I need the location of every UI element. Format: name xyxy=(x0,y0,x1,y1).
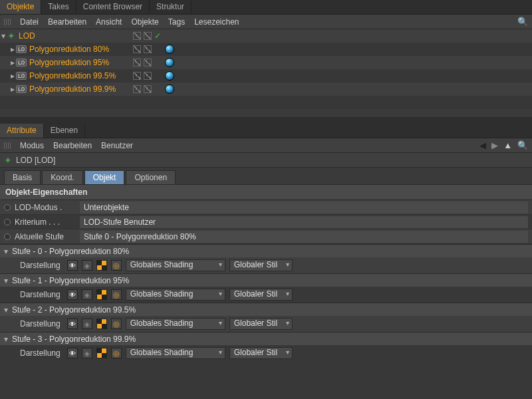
tab-content-browser[interactable]: Content Browser xyxy=(76,0,150,14)
menu-tags[interactable]: Tags xyxy=(168,17,185,27)
style-dropdown[interactable]: Globaler Stil xyxy=(229,289,293,301)
disclosure-icon[interactable]: ▸ xyxy=(9,84,16,94)
tree-row[interactable]: ▸ L0 Polygonreduktion 80% xyxy=(0,43,532,56)
cube-icon[interactable] xyxy=(82,260,92,271)
shading-dropdown[interactable]: Globales Shading xyxy=(126,318,225,330)
nav-up-icon[interactable]: ▲ xyxy=(503,140,512,150)
twisty-icon[interactable]: ▾ xyxy=(4,276,12,285)
nav-back-icon[interactable]: ◀ xyxy=(479,140,486,150)
checker-icon[interactable] xyxy=(96,319,107,329)
tab-objects[interactable]: Objekte xyxy=(0,0,41,14)
twisty-icon[interactable]: ▾ xyxy=(4,247,12,256)
menu-file[interactable]: Datei xyxy=(20,17,39,27)
tab-options[interactable]: Optionen xyxy=(126,170,176,184)
tab-structure[interactable]: Struktur xyxy=(150,0,192,14)
stage-header-2[interactable]: ▾ Stufe - 2 - Polygonreduktion 99.5% xyxy=(0,303,532,316)
tab-layers[interactable]: Ebenen xyxy=(44,124,85,138)
tab-coord[interactable]: Koord. xyxy=(42,170,82,184)
menu-objects[interactable]: Objekte xyxy=(131,17,158,27)
layer-toggle-icon[interactable] xyxy=(133,72,141,80)
object-name: Polygonreduktion 95% xyxy=(29,58,109,67)
target-icon[interactable] xyxy=(111,348,122,358)
eye-icon[interactable] xyxy=(67,319,78,329)
shading-dropdown[interactable]: Globales Shading xyxy=(126,347,225,359)
tree-row[interactable]: ▸ L0 Polygonreduktion 99.5% xyxy=(0,69,532,82)
search-icon[interactable]: 🔍 xyxy=(517,17,528,27)
target-icon[interactable] xyxy=(111,260,122,271)
material-sphere-icon[interactable] xyxy=(165,71,174,80)
anim-dot-icon[interactable] xyxy=(4,204,11,211)
tab-basis[interactable]: Basis xyxy=(4,170,41,184)
eye-icon[interactable] xyxy=(67,348,78,358)
checker-icon[interactable] xyxy=(96,289,107,300)
style-dropdown[interactable]: Globaler Stil xyxy=(229,347,293,359)
stage-title: Stufe - 2 - Polygonreduktion 99.5% xyxy=(12,305,136,315)
target-icon[interactable] xyxy=(111,289,122,300)
material-sphere-icon[interactable] xyxy=(165,45,174,54)
tab-attributes[interactable]: Attribute xyxy=(0,124,44,138)
layer-toggle-icon[interactable] xyxy=(133,32,141,40)
cube-icon[interactable] xyxy=(82,348,92,358)
prop-label: Kriterium . . . xyxy=(15,217,76,227)
lod-icon: ✦ xyxy=(7,31,16,41)
grip-icon[interactable] xyxy=(4,142,11,149)
tree-row[interactable]: ▸ L0 Polygonreduktion 95% xyxy=(0,56,532,69)
shading-dropdown[interactable]: Globales Shading xyxy=(126,259,225,271)
menu-view[interactable]: Ansicht xyxy=(96,17,122,27)
panel-splitter[interactable] xyxy=(0,117,532,124)
checker-icon[interactable] xyxy=(96,348,107,358)
twisty-icon[interactable]: ▾ xyxy=(4,334,12,344)
stage-header-0[interactable]: ▾ Stufe - 0 - Polygonreduktion 80% xyxy=(0,244,532,257)
menu-edit[interactable]: Bearbeiten xyxy=(53,141,92,150)
shading-dropdown[interactable]: Globales Shading xyxy=(126,289,225,301)
stage-header-3[interactable]: ▾ Stufe - 3 - Polygonreduktion 99.9% xyxy=(0,332,532,345)
menu-bookmarks[interactable]: Lesezeichen xyxy=(194,17,239,27)
grip-icon[interactable] xyxy=(4,19,11,25)
twisty-icon[interactable]: ▾ xyxy=(4,305,12,315)
tab-takes[interactable]: Takes xyxy=(41,0,76,14)
layer-toggle-icon[interactable] xyxy=(133,45,141,53)
menu-user[interactable]: Benutzer xyxy=(101,141,133,150)
target-icon[interactable] xyxy=(111,319,122,329)
checker-icon[interactable] xyxy=(96,260,107,271)
prop-value[interactable]: LOD-Stufe Benutzer xyxy=(80,216,528,228)
disclosure-icon[interactable]: ▾ xyxy=(0,31,7,41)
tree-row-root[interactable]: ▾ ✦ LOD ✓ xyxy=(0,29,532,43)
menu-mode[interactable]: Modus xyxy=(20,141,44,150)
disclosure-icon[interactable]: ▸ xyxy=(9,58,16,67)
prop-value[interactable]: Unterobjekte xyxy=(80,201,528,213)
render-toggle-icon[interactable] xyxy=(144,72,152,80)
menu-edit[interactable]: Bearbeiten xyxy=(48,17,86,27)
tab-object[interactable]: Objekt xyxy=(84,170,125,184)
style-dropdown[interactable]: Globaler Stil xyxy=(229,259,293,271)
lod-badge-icon: L0 xyxy=(16,45,27,53)
eye-icon[interactable] xyxy=(67,289,78,300)
eye-icon[interactable] xyxy=(67,260,78,271)
object-name: Polygonreduktion 80% xyxy=(29,45,109,54)
lod-badge-icon: L0 xyxy=(16,85,27,93)
layer-toggle-icon[interactable] xyxy=(133,85,141,93)
render-toggle-icon[interactable] xyxy=(144,59,152,66)
style-dropdown[interactable]: Globaler Stil xyxy=(229,318,293,330)
cube-icon[interactable] xyxy=(82,289,92,300)
render-toggle-icon[interactable] xyxy=(144,45,152,53)
enabled-check-icon[interactable]: ✓ xyxy=(154,31,161,41)
stage-header-1[interactable]: ▾ Stufe - 1 - Polygonreduktion 95% xyxy=(0,273,532,287)
stage-title: Stufe - 3 - Polygonreduktion 99.9% xyxy=(12,334,136,344)
object-manager-tab-strip: Objekte Takes Content Browser Struktur xyxy=(0,0,532,15)
render-toggle-icon[interactable] xyxy=(144,85,152,93)
material-sphere-icon[interactable] xyxy=(165,58,174,67)
prop-value[interactable]: Stufe 0 - Polygonreduktion 80% xyxy=(80,231,528,243)
layer-toggle-icon[interactable] xyxy=(133,59,141,66)
cube-icon[interactable] xyxy=(82,319,92,329)
render-toggle-icon[interactable] xyxy=(144,32,152,40)
tree-row[interactable]: ▸ L0 Polygonreduktion 99.9% xyxy=(0,82,532,96)
disclosure-icon[interactable]: ▸ xyxy=(9,45,16,54)
stage-body-3: Darstellung Globales Shading Globaler St… xyxy=(0,345,532,361)
disclosure-icon[interactable]: ▸ xyxy=(9,71,16,80)
anim-dot-icon[interactable] xyxy=(4,219,11,225)
anim-dot-icon[interactable] xyxy=(4,233,11,240)
nav-forward-icon[interactable]: ▶ xyxy=(491,140,498,150)
search-icon[interactable]: 🔍 xyxy=(517,140,528,150)
material-sphere-icon[interactable] xyxy=(165,84,174,94)
